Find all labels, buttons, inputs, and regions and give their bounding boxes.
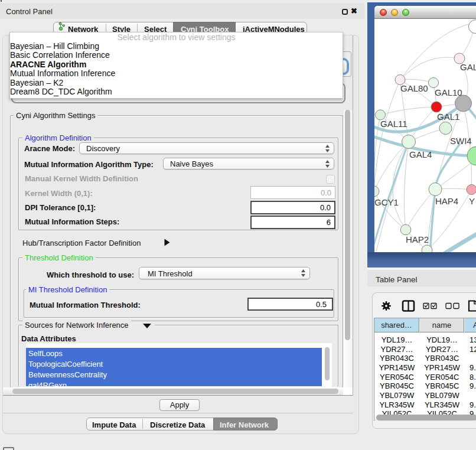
svg-text:Y: Y [469,196,475,206]
svg-text:GAL11: GAL11 [380,119,407,129]
svg-text:SWI4: SWI4 [450,136,472,146]
svg-text:GAL10: GAL10 [435,87,462,97]
svg-text:GAL1: GAL1 [437,112,459,122]
svg-text:GAL4: GAL4 [409,149,432,159]
svg-text:GCY1: GCY1 [374,197,399,207]
svg-text:GAL7: GAL7 [460,62,476,72]
svg-text:HAP2: HAP2 [406,234,429,244]
svg-text:HAP4: HAP4 [435,196,458,206]
svg-text:GAL80: GAL80 [400,83,428,93]
